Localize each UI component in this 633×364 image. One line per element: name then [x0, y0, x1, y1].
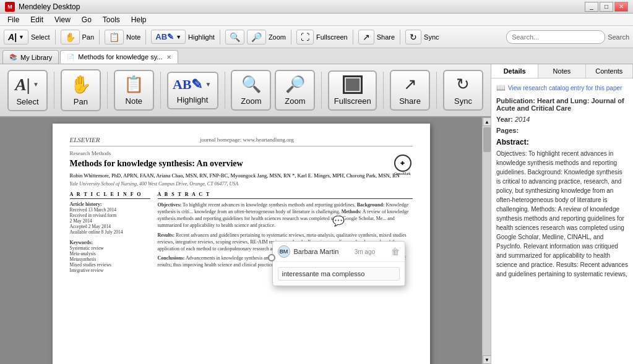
big-select-button[interactable]: A| ▼ Select: [7, 70, 48, 111]
comment-text: interessante ma complesso: [278, 267, 400, 281]
big-select-label: Select: [16, 97, 38, 106]
select-tool-button[interactable]: A| ▼: [4, 30, 28, 44]
catalog-link[interactable]: 📖 View research catalog entry for this p…: [496, 83, 628, 92]
big-highlight-icon: AB✎: [173, 77, 203, 93]
article-title: Methods for knowledge synthesis: An over…: [70, 159, 413, 169]
pdf-scroll-container: ELSEVIER journal homepage: www.heartandl…: [0, 117, 491, 364]
big-sep-3: [160, 72, 161, 109]
big-zoom-out-button[interactable]: 🔍 Zoom: [231, 70, 271, 111]
sync-label: Sync: [424, 33, 439, 41]
comment-username: Barbara Martin: [294, 248, 339, 255]
big-sync-icon: ↻: [456, 75, 470, 94]
comment-dot: [268, 254, 275, 261]
scroll-down-button[interactable]: ▼: [483, 355, 491, 364]
big-select-icon: A|: [15, 75, 30, 95]
menu-view[interactable]: View: [50, 14, 75, 25]
tab-contents[interactable]: Contents: [586, 64, 633, 78]
toolbar-select-group: A| ▼ Select: [4, 30, 50, 44]
big-share-button[interactable]: ↗ Share: [390, 70, 430, 111]
share-icon: ↗: [363, 32, 370, 42]
app-icon: M: [5, 2, 15, 12]
menu-go[interactable]: Go: [77, 14, 97, 25]
year-label: Year:: [496, 116, 513, 123]
big-sep-1: [54, 72, 54, 109]
select-dropdown-arrow[interactable]: ▼: [19, 34, 24, 40]
big-pan-icon: ✋: [70, 74, 92, 95]
big-pan-button[interactable]: ✋ Pan: [61, 69, 101, 111]
highlight-dropdown-arrow[interactable]: ▼: [176, 34, 181, 40]
pdf-tab-icon: 📄: [67, 54, 74, 61]
big-highlight-label: Highlight: [177, 95, 209, 104]
toolbar-sep-5: [291, 30, 291, 44]
journal-url: journal homepage: www.heartandlung.org: [200, 137, 294, 143]
crossmark-badge: ✚ CrossMark: [394, 154, 411, 176]
big-sep-4: [225, 72, 225, 109]
tab-details[interactable]: Details: [491, 64, 538, 78]
tab-library-label: My Library: [20, 54, 52, 61]
pan-label: Pan: [82, 33, 95, 41]
big-highlight-button[interactable]: AB✎ ▼ Highlight: [167, 72, 218, 109]
pdf-scroll[interactable]: ELSEVIER journal homepage: www.heartandl…: [0, 117, 482, 364]
pdf-area: A| ▼ Select ✋ Pan 📋 Note AB✎: [0, 64, 491, 364]
menu-file[interactable]: File: [2, 14, 24, 25]
select-icon: A|: [8, 32, 17, 42]
big-pan-label: Pan: [74, 97, 88, 106]
scroll-up-button[interactable]: ▲: [483, 117, 491, 126]
big-zoom-out-label: Zoom: [241, 96, 261, 106]
received-text: Received 13 March 2014: [70, 207, 150, 213]
highlight-dropdown-icon[interactable]: ▼: [204, 80, 212, 89]
received-revised-date: 2 May 2014: [70, 218, 150, 224]
zoom-out-icon: 🔎: [251, 32, 262, 42]
tab-library[interactable]: 📚 My Library: [2, 50, 59, 64]
fullscreen-button[interactable]: ⛶: [296, 30, 314, 44]
zoom-in-button[interactable]: 🔍: [225, 30, 244, 44]
scroll-thumb[interactable]: [483, 127, 491, 152]
toolbar-sep-7: [400, 30, 400, 44]
big-zoom-in-button[interactable]: 🔎 Zoom: [275, 70, 315, 111]
right-panel-content: 📖 View research catalog entry for this p…: [491, 78, 633, 284]
article-authors: Robin Whittemore, PhD, APRN, FAAN, Arian…: [70, 172, 413, 180]
toolbar-sep-1: [55, 30, 56, 44]
highlight-tool-button[interactable]: AB✎ ▼: [151, 30, 186, 44]
big-fullscreen-button[interactable]: Fullscreen: [328, 70, 377, 111]
menu-tools[interactable]: Tools: [98, 14, 125, 25]
tab-pdf-label: Methods for knowledge sy...: [78, 53, 162, 61]
big-note-button[interactable]: 📋 Note: [114, 70, 154, 111]
note-tool-button[interactable]: 📋: [105, 30, 124, 44]
sync-icon: ↻: [410, 32, 417, 42]
catalog-icon: 📖: [496, 83, 506, 92]
search-input[interactable]: [506, 30, 605, 44]
search-box: Search: [506, 30, 629, 44]
comment-delete-button[interactable]: 🗑: [391, 247, 400, 256]
sync-button[interactable]: ↻: [405, 30, 421, 44]
big-zoom-in-label: Zoom: [285, 96, 305, 106]
right-panel-tabs: Details Notes Contents: [491, 64, 633, 78]
keyword-1: Systematic review: [70, 245, 150, 251]
big-fullscreen-label: Fullscreen: [334, 96, 371, 106]
tab-notes[interactable]: Notes: [538, 64, 585, 78]
close-button[interactable]: ✕: [614, 2, 628, 12]
zoom-out-button[interactable]: 🔎: [247, 30, 266, 44]
pan-tool-button[interactable]: ✋: [61, 30, 80, 44]
share-button[interactable]: ↗: [358, 30, 374, 44]
tab-pdf[interactable]: 📄 Methods for knowledge sy... ✕: [60, 50, 178, 64]
keyword-4: Mixed studies reviews: [70, 262, 150, 268]
keyword-3: Metasynthesis: [70, 256, 150, 262]
note-annotation-icon[interactable]: 💬: [332, 215, 345, 227]
minimize-button[interactable]: _: [585, 2, 598, 12]
catalog-link-text: View research catalog entry for this pap…: [508, 85, 622, 91]
menu-edit[interactable]: Edit: [25, 14, 48, 25]
toolbar-sep-6: [353, 30, 353, 44]
fullscreen-label: Fullscreen: [316, 33, 348, 41]
pdf-scrollbar[interactable]: ▲ ▼: [482, 117, 491, 364]
select-dropdown-icon[interactable]: ▼: [32, 80, 40, 89]
accepted-text: Accepted 2 May 2014: [70, 224, 150, 229]
right-abstract-body: Objectives: To highlight recent advances…: [496, 149, 628, 279]
menu-help[interactable]: Help: [126, 14, 152, 25]
big-sync-button[interactable]: ↻ Sync: [443, 70, 483, 111]
article-info-header: A R T I C L E I N F O: [70, 192, 150, 199]
tab-close-button[interactable]: ✕: [166, 54, 171, 61]
keyword-2: Meta-analysis: [70, 251, 150, 256]
maximize-button[interactable]: □: [600, 2, 613, 12]
keyword-5: Integrative review: [70, 268, 150, 273]
